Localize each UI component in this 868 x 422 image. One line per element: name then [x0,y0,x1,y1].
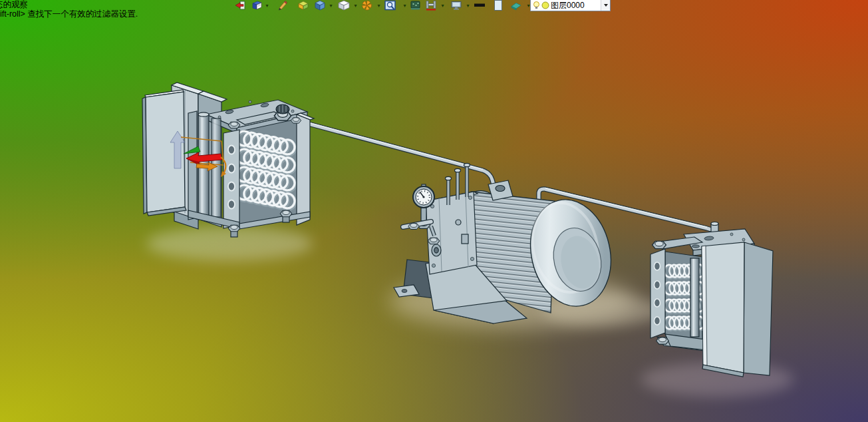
material-box-icon[interactable] [297,0,311,11]
left-roller-press[interactable] [142,83,314,237]
eraser-icon[interactable] [510,0,523,11]
light-bulb-icon [533,1,540,10]
pinwheel-dropdown-chevron[interactable]: ▾ [376,3,382,9]
dropdown-arrow-icon [604,4,608,7]
layer-combo-dropdown-button[interactable] [601,0,610,11]
display-dropdown-chevron[interactable]: ▾ [465,3,471,9]
cad-3d-viewport[interactable]: 态的观察 ift-roll> 查找下一个有效的过滤器设置. ▾ [0,0,868,422]
cube-blue-icon[interactable] [314,0,327,11]
clip-planes-dropdown-chevron[interactable]: ▾ [440,3,446,9]
cube-white-icon[interactable] [337,0,351,11]
line-width-icon[interactable] [474,0,487,11]
clip-planes-icon[interactable] [425,0,438,11]
model-scene[interactable] [0,0,868,422]
zoom-region-icon[interactable] [384,0,398,11]
panel-icon[interactable] [493,0,506,11]
right-roller-press[interactable] [651,222,773,377]
display-icon[interactable] [450,0,464,11]
pencil-icon[interactable] [277,0,291,11]
layer-combobox[interactable]: 图层0000 [530,0,611,11]
pinwheel-icon[interactable] [361,0,374,11]
toolbar: ▾ ▾ ▾ [0,0,868,11]
layer-combo-value: 图层0000 [551,0,585,11]
notebook-dropdown-chevron[interactable]: ▾ [264,3,270,9]
layer-color-swatch-icon [541,1,549,9]
pipe-left[interactable] [299,120,494,188]
cube-white-dropdown-chevron[interactable]: ▾ [353,3,359,9]
zoom-region-dropdown-chevron[interactable]: ▾ [402,3,408,9]
cube-blue-dropdown-chevron[interactable]: ▾ [328,3,334,9]
back-icon[interactable] [235,0,248,11]
notebook-icon[interactable] [251,0,265,11]
render-icon[interactable] [410,0,423,11]
